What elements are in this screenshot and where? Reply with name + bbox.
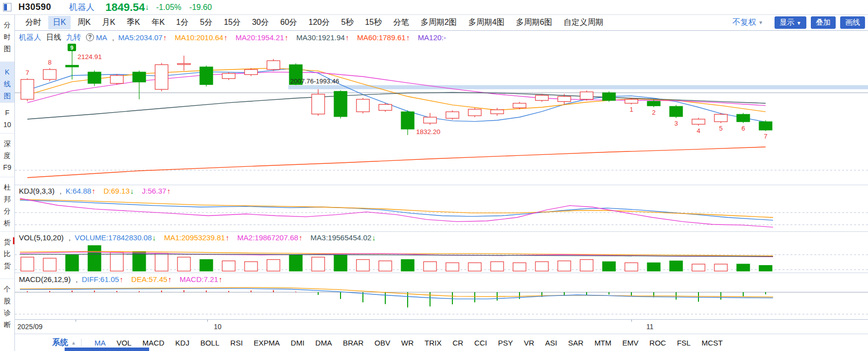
chevron-down-icon[interactable]: ▼ (758, 20, 763, 25)
separator: , (60, 187, 62, 195)
period-tab[interactable]: 120分 (304, 16, 335, 29)
indicator-item[interactable]: WR (401, 339, 414, 347)
ma-indicator-label[interactable]: MA (96, 33, 107, 42)
indicator-item[interactable]: TRIX (425, 339, 441, 347)
divider (81, 339, 82, 347)
system-menu[interactable]: 系统 (52, 338, 68, 348)
axis-label-month: 2025/09 (17, 323, 43, 331)
indicator-item[interactable]: OBV (374, 339, 390, 347)
kline-indicator-header: 机器人 日线 九转 ? MA , MA5:2034.07↑ MA10:2010.… (15, 31, 868, 44)
indicator-item[interactable]: MCST (701, 339, 723, 347)
period-tab[interactable]: 自定义周期 (559, 16, 608, 29)
indicator-list: MA VOL MACD KDJ BOLL RSI EXPMA DMI DMA (94, 339, 723, 347)
system-popup-edge (65, 348, 149, 351)
period-tab[interactable]: 5秒 (337, 16, 358, 29)
period-tab[interactable]: 月K (97, 16, 120, 29)
period-tab[interactable]: 60分 (276, 16, 302, 29)
macd-value: MACD:7.21↑ (179, 275, 222, 283)
svg-text:7: 7 (764, 133, 767, 140)
sidebar-item[interactable]: 深 度 F9 (0, 134, 14, 177)
indicator-item[interactable]: RSI (230, 339, 243, 347)
kline-period-label: 日线 (46, 33, 61, 42)
indicator-item[interactable]: DMA (315, 339, 332, 347)
svg-text:4: 4 (696, 127, 700, 135)
chevron-up-icon[interactable]: ▲ (71, 340, 76, 346)
period-tab[interactable]: 周K (73, 16, 95, 29)
display-button-label: 显示 (780, 18, 794, 26)
indicator-item[interactable]: SAR (568, 339, 584, 347)
svg-text:5: 5 (719, 125, 722, 132)
indicator-item[interactable]: ROC (649, 339, 666, 347)
macd-chart-panel[interactable] (15, 285, 868, 319)
volume-chart-panel[interactable] (15, 243, 868, 273)
macd-chart[interactable] (15, 285, 868, 319)
draw-line-button[interactable]: 画线 (840, 16, 865, 29)
sidebar-item[interactable]: 分 时 图 (0, 15, 14, 62)
kdj-title[interactable]: KDJ(9,3,3) (19, 187, 55, 195)
indicator-item[interactable]: CCI (474, 339, 487, 347)
ma-values: MA5:2034.07↑ MA10:2010.64↑ MA20:1954.21↑… (118, 33, 453, 42)
sidebar-item[interactable]: F 10 (0, 103, 14, 134)
candlestick-chart[interactable]: 78123456792124.912007.76-1993.461832.20 (15, 44, 868, 185)
svg-text:9: 9 (70, 45, 73, 51)
vol-title[interactable]: VOL(5,10,20) (19, 233, 64, 242)
overlay-button[interactable]: 叠加 (811, 16, 836, 29)
indicator-item[interactable]: FSL (677, 339, 691, 347)
period-tab[interactable]: 5分 (195, 16, 217, 29)
period-tab[interactable]: 15分 (219, 16, 245, 29)
help-icon[interactable]: ? (86, 33, 94, 41)
period-tab[interactable]: 日K (48, 16, 71, 29)
macd-value: DEA:57.45↑ (131, 275, 172, 283)
indicator-item[interactable]: VR (524, 339, 534, 347)
axis-tick (207, 320, 208, 322)
svg-text:6: 6 (741, 125, 745, 132)
left-sidebar: 分 时 图 K 线 图 F 10 深 度 F9 杜 邦 分 析 货 比 货 个 … (0, 15, 15, 351)
kdj-indicator-header: KDJ(9,3,3) , K:64.88↑ D:69.13↓ J:56.37↑ (15, 185, 868, 197)
sidebar-item[interactable]: 杜 邦 分 析 (0, 177, 14, 232)
period-tab[interactable]: 多周期4图 (464, 16, 509, 29)
period-tab[interactable]: 年K (147, 16, 170, 29)
sidebar-item[interactable]: K 线 图 (0, 62, 14, 103)
window-layout-icon[interactable] (3, 3, 11, 11)
period-tab[interactable]: 分笔 (389, 16, 414, 29)
period-tab[interactable]: 多周期6图 (512, 16, 557, 29)
kline-chart-panel[interactable]: 78123456792124.912007.76-1993.461832.20 (15, 44, 868, 185)
kdj-chart[interactable] (15, 197, 868, 231)
chart-controls: 不复权 ▼ 显示▼ 叠加 画线 (732, 16, 868, 29)
indicator-item[interactable]: BOLL (200, 339, 219, 347)
vol-value: MA3:19565454.02↓ (311, 233, 376, 242)
macd-title[interactable]: MACD(26,12,9) (19, 275, 71, 283)
adjust-mode-dropdown[interactable]: 不复权 (732, 17, 756, 28)
stock-name[interactable]: 机器人 (69, 1, 94, 13)
indicator-item[interactable]: CR (452, 339, 463, 347)
sidebar-red-marker (13, 237, 14, 244)
indicator-item[interactable]: DMI (291, 339, 305, 347)
sidebar-item[interactable]: 货 比 货 (0, 232, 14, 279)
change-percent: -1.05% (156, 3, 181, 12)
period-tab[interactable]: 分时 (21, 16, 46, 29)
volume-chart[interactable] (15, 243, 868, 273)
period-tab[interactable]: 15秒 (360, 16, 386, 29)
indicator-item[interactable]: BRAR (343, 339, 364, 347)
change-value: -19.60 (189, 3, 212, 12)
period-tab[interactable]: 30分 (248, 16, 273, 29)
nine-turn-label[interactable]: 九转 (66, 33, 81, 42)
indicator-item[interactable]: MTM (595, 339, 611, 347)
indicator-item[interactable]: EMV (622, 339, 639, 347)
indicator-item[interactable]: VOL (116, 339, 131, 347)
indicator-item[interactable]: MACD (142, 339, 164, 347)
indicator-item[interactable]: EXPMA (254, 339, 280, 347)
indicator-item[interactable]: KDJ (175, 339, 189, 347)
indicator-item[interactable]: ASI (545, 339, 557, 347)
period-tab[interactable]: 1分 (172, 16, 193, 29)
period-tab[interactable]: 季K (122, 16, 145, 29)
kdj-value: D:69.13↓ (103, 187, 134, 195)
kdj-chart-panel[interactable] (15, 197, 868, 231)
svg-text:2: 2 (652, 109, 655, 116)
period-tab[interactable]: 多周期2图 (416, 16, 461, 29)
indicator-item[interactable]: PSY (498, 339, 513, 347)
sidebar-item[interactable]: 个 股 诊 断 (0, 279, 14, 339)
indicator-item[interactable]: MA (94, 339, 106, 347)
svg-text:8: 8 (48, 59, 51, 66)
display-button[interactable]: 显示▼ (775, 16, 806, 29)
